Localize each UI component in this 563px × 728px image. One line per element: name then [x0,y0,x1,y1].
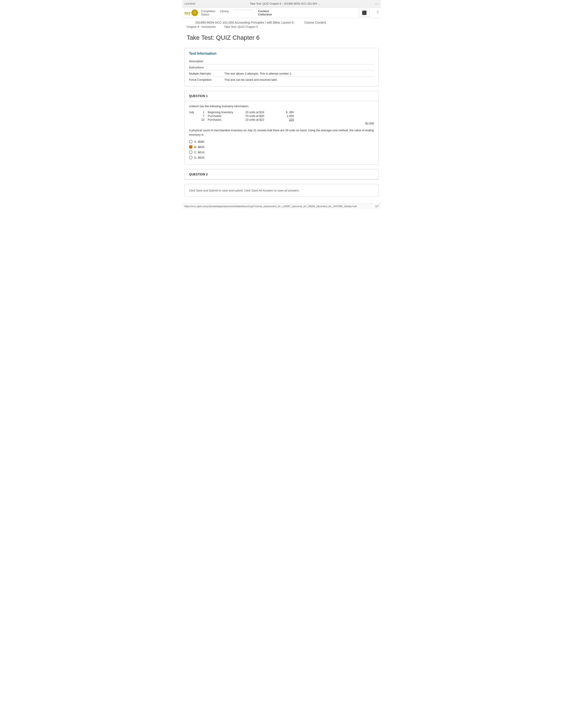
option-d-label: D. $620. [194,156,205,159]
multiple-attempts-label: Multiple Attempts [189,72,224,75]
option-d[interactable]: D. $620. [189,156,374,159]
breadcrumb: Chapter 6 - Inventories Take Test: QUIZ … [186,25,377,28]
browser-bar: 11/4/2019 Take Test: QUIZ Chapter 6 – 20… [182,0,381,8]
question-2-container: QUESTION 2 [184,169,379,180]
col-amount-1: $ 380 [276,111,294,114]
table-row-3: 22 Purchases 10 units at $22 220 [189,118,374,121]
col-units-2: 70 units at $20 [245,114,276,118]
option-b[interactable]: B. $600. [189,145,374,149]
breadcrumb-section: 201990-MON-ACC-101-004 Accounting Princi… [182,18,381,30]
top-nav: my © Completion Status Library Content C… [182,8,381,18]
question-1-container: QUESTION 1 Unitech has the following inv… [184,91,379,165]
col-amount-3: 220 [276,118,294,121]
question-1-header: QUESTION 1 [184,91,379,101]
breadcrumb-separator [218,25,221,28]
radio-b[interactable] [189,145,192,149]
col-day-3: 22 [198,118,204,121]
radio-a[interactable] [189,140,192,143]
main-content: Test Information Description Instruction… [182,48,381,203]
question-1-continued: A physical count of merchandise inventor… [189,128,374,137]
browser-date: 11/4/2019 [184,2,195,5]
question-1-body: Unitech has the following inventory info… [184,101,379,165]
option-a-label: A. $580. [194,140,205,143]
logo-my: my [184,10,191,16]
col-day-1: 1 [198,111,204,114]
option-b-label: B. $600. [194,145,205,149]
logo-area: my © [184,9,199,16]
option-c-label: C. $610. [194,151,205,154]
col-type-1: Beginning Inventory [208,111,245,114]
question-1-number: QUESTION 1 [189,94,208,98]
save-text: Click Save and Submit to save and submit… [189,189,300,192]
table-total-amount: $2,000 [356,122,374,125]
option-a[interactable]: A. $580. [189,140,374,143]
help-icon[interactable]: ? [377,10,379,15]
force-completion-value: This test can be saved and resumed later… [224,78,277,81]
test-info-box: Test Information Description Instruction… [184,48,379,86]
col-units-3: 10 units at $22 [245,118,276,121]
question-2-number: QUESTION 2 [189,173,208,176]
force-completion-row: Force Completion This test can be saved … [189,77,374,83]
radio-d[interactable] [189,156,192,159]
breadcrumb-quiz[interactable]: Take Test: QUIZ Chapter 6 [224,25,258,28]
instructions-label: Instructions [189,66,224,69]
nav-right: ⬛ ? [359,9,379,17]
question-1-options: A. $580. B. $600. C. $610. D. $620. [189,140,374,159]
browser-tab-title: Take Test: QUIZ Chapter 6 – 201990-MON-A… [195,2,375,5]
multiple-attempts-row: Multiple Attempts This test allows 2 att… [189,71,374,77]
nav-library[interactable]: Library [220,9,229,16]
save-footer: Click Save and Submit to save and submit… [184,184,379,197]
url-text: https://mcc.open.suny.edu/webapps/assess… [184,205,357,208]
nav-image-placeholder: ⬛ [359,9,370,17]
option-c[interactable]: C. $610. [189,150,374,154]
course-title: 201990-MON-ACC-101-004 Accounting Princi… [186,21,377,24]
description-label: Description [189,60,224,63]
force-completion-label: Force Completion [189,78,224,81]
col-day-2: 7 [198,114,204,118]
inventory-table: July 1 Beginning Inventory 20 units at $… [189,111,374,125]
page-number: 1/7 [375,205,379,208]
course-content-link[interactable]: Course Content [305,21,326,24]
col-type-3: Purchases [208,118,245,121]
question-2-header: QUESTION 2 [184,169,379,179]
page-title: Take Test: QUIZ Chapter 6 [182,30,381,48]
breadcrumb-chapter[interactable]: Chapter 6 - Inventories [186,25,216,28]
table-total-row: $2,000 [189,122,374,125]
nav-content-collection: Content Collection [258,9,272,16]
course-full-title: 201990-MON-ACC-101-004 Accounting Princi… [195,21,295,24]
nav-completion-status[interactable]: Completion Status [201,9,215,16]
question-1-intro: Unitech has the following inventory info… [189,105,374,108]
multiple-attempts-value: This test allows 2 attempts. This is att… [224,72,292,75]
radio-c[interactable] [189,150,192,154]
table-row-2: 7 Purchases 70 units at $20 1,400 [189,114,374,118]
nav-links: Completion Status Library Content Collec… [201,9,272,16]
col-type-2: Purchases [208,114,245,118]
col-units-1: 20 units at $19 [245,111,276,114]
instructions-row: Instructions [189,64,374,71]
description-row: Description [189,58,374,64]
test-info-heading: Test Information [189,52,374,56]
logo-circle: © [191,9,198,16]
col-amount-2: 1,400 [276,114,294,118]
table-row-1: July 1 Beginning Inventory 20 units at $… [189,111,374,114]
url-bar: https://mcc.open.suny.edu/webapps/assess… [182,203,381,209]
minimize-button[interactable]: — [375,1,379,6]
col-month-1: July [189,111,198,114]
